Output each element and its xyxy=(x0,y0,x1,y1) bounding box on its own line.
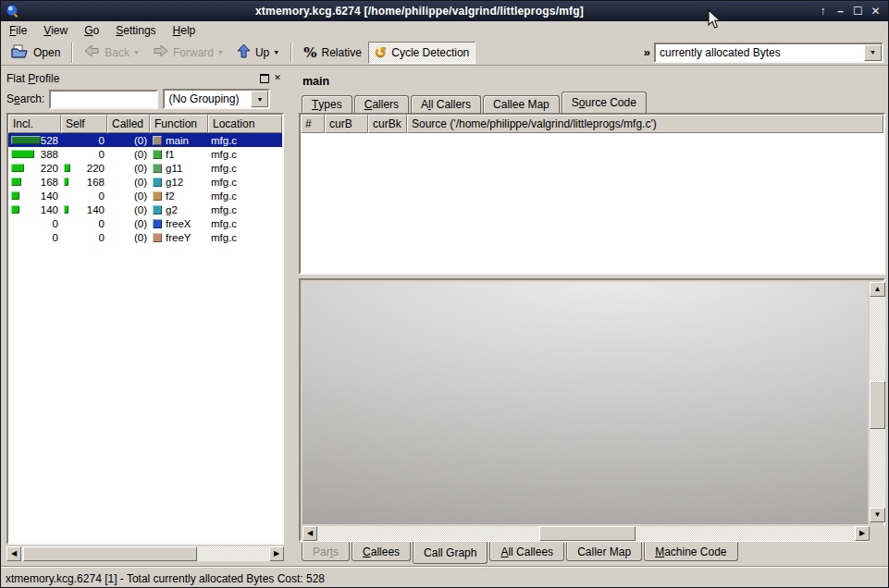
function-cell: g2 xyxy=(150,204,208,215)
up-arrow-icon xyxy=(237,43,251,61)
called-cell: (0) xyxy=(107,135,150,146)
back-dropdown-caret[interactable]: ▼ xyxy=(133,49,140,55)
scroll-right-icon[interactable]: ▶ xyxy=(269,546,284,561)
menu-file[interactable]: File xyxy=(1,22,35,39)
function-cell: f2 xyxy=(150,190,208,202)
scrollbar-thumb[interactable] xyxy=(870,381,885,429)
up-button[interactable]: Up ▼ xyxy=(230,42,286,64)
dock-close-button[interactable]: ✕ xyxy=(271,72,284,84)
relative-toggle-button[interactable]: % Relative xyxy=(297,42,368,64)
column-header-function[interactable]: Function xyxy=(150,115,208,133)
forward-dropdown-caret[interactable]: ▼ xyxy=(217,49,224,55)
self-value: 140 xyxy=(87,204,105,215)
location-cell: mfg.c xyxy=(208,218,282,229)
tab-callers[interactable]: Callers xyxy=(354,95,409,113)
menu-settings[interactable]: Settings xyxy=(107,22,164,39)
called-cell: (0) xyxy=(107,190,150,202)
function-cell: main xyxy=(150,135,208,146)
app-icon xyxy=(5,3,21,19)
grouping-select[interactable]: (No Grouping) ▼ xyxy=(163,89,270,109)
tab-machine-code[interactable]: Machine Code xyxy=(644,543,737,561)
column-header-location[interactable]: Location xyxy=(208,115,282,133)
location-cell: mfg.c xyxy=(208,135,282,146)
maximize-button[interactable]: ☐ xyxy=(849,3,867,19)
function-color-icon xyxy=(153,233,162,242)
source-column-header[interactable]: # xyxy=(301,115,325,133)
scrollbar-thumb[interactable] xyxy=(539,526,636,541)
incl-cell: 168 xyxy=(8,177,61,188)
tab-callees[interactable]: Callees xyxy=(352,543,411,561)
tab-callee-map[interactable]: Callee Map xyxy=(483,95,560,113)
event-type-select[interactable]: currently allocated Bytes ▼ xyxy=(654,43,883,63)
function-name: freeX xyxy=(166,218,191,229)
tab-all-callers[interactable]: All Callers xyxy=(411,95,481,113)
function-color-icon xyxy=(153,164,162,173)
incl-value: 0 xyxy=(53,232,58,243)
shade-button[interactable]: ↑ xyxy=(814,3,832,19)
scroll-left-icon[interactable]: ◀ xyxy=(303,526,317,541)
up-dropdown-caret[interactable]: ▼ xyxy=(273,49,279,55)
incl-cost-bar xyxy=(11,191,19,200)
tab-all-callees[interactable]: All Callees xyxy=(489,543,564,561)
graph-vscrollbar[interactable]: ▲ ▼ xyxy=(870,282,885,524)
source-column-header[interactable]: Source ('/home/philippe/valgrind/littlep… xyxy=(407,115,883,133)
function-color-icon xyxy=(153,136,162,145)
cycle-detection-toggle-button[interactable]: ↺ Cycle Detection xyxy=(368,42,475,64)
incl-cost-bar xyxy=(11,136,41,144)
table-row[interactable]: 1400(0)f2mfg.c xyxy=(8,189,282,202)
table-row[interactable]: 168168(0)g12mfg.c xyxy=(8,175,282,189)
flat-profile-hscrollbar[interactable]: ◀ ▶ xyxy=(6,546,284,562)
table-row[interactable]: 00(0)freeXmfg.c xyxy=(8,216,282,230)
table-row[interactable]: 00(0)freeYmfg.c xyxy=(8,230,282,244)
source-column-header[interactable]: curBk xyxy=(368,115,407,133)
chevron-down-icon[interactable]: ▼ xyxy=(251,91,268,107)
menu-help[interactable]: Help xyxy=(165,22,204,39)
table-row[interactable]: 3880(0)f1mfg.c xyxy=(8,147,282,161)
flat-profile-dock-titlebar[interactable]: Flat Profile ✕ xyxy=(6,70,284,86)
chevron-down-icon[interactable]: ▼ xyxy=(864,44,882,61)
column-header-called[interactable]: Called xyxy=(107,115,150,133)
menu-view[interactable]: View xyxy=(35,22,76,39)
toolbar-overflow-button[interactable]: » xyxy=(640,45,654,59)
table-row[interactable]: 140140(0)g2mfg.c xyxy=(8,202,282,216)
titlebar[interactable]: xtmemory.kcg.6274 [/home/philippe/valgri… xyxy=(1,1,888,21)
source-row[interactable] xyxy=(301,133,883,146)
table-row[interactable]: 220220(0)g11mfg.c xyxy=(8,161,282,175)
incl-value: 168 xyxy=(41,177,58,188)
dock-float-button[interactable] xyxy=(258,72,271,84)
source-column-header[interactable]: curB xyxy=(325,115,368,133)
scroll-down-icon[interactable]: ▼ xyxy=(870,508,885,522)
menu-go[interactable]: Go xyxy=(76,22,107,39)
tab-call-graph[interactable]: Call Graph xyxy=(413,542,488,564)
search-label: Search: xyxy=(6,92,44,105)
tab-caller-map[interactable]: Caller Map xyxy=(566,543,642,561)
search-row: Search: (No Grouping) ▼ xyxy=(6,89,284,109)
source-header-row: #curBcurBkSource ('/home/philippe/valgri… xyxy=(301,115,883,133)
function-color-icon xyxy=(153,178,162,187)
back-button[interactable]: Back ▼ xyxy=(78,42,146,64)
scroll-right-icon[interactable]: ▶ xyxy=(855,526,870,541)
location-cell: mfg.c xyxy=(208,177,282,188)
search-input[interactable] xyxy=(49,90,158,109)
call-graph-canvas[interactable] xyxy=(303,282,868,524)
graph-hscrollbar[interactable]: ◀ ▶ xyxy=(303,526,870,542)
self-cell: 0 xyxy=(61,232,107,243)
function-color-icon xyxy=(153,205,162,214)
scrollbar-thumb[interactable] xyxy=(23,546,197,561)
self-value: 0 xyxy=(99,232,105,243)
table-row[interactable]: 5280(0)mainmfg.c xyxy=(8,133,282,147)
incl-cost-bar xyxy=(11,164,24,172)
open-button[interactable]: Open xyxy=(5,42,67,64)
tab-source-code[interactable]: Source Code xyxy=(562,92,647,113)
column-header-self[interactable]: Self xyxy=(61,115,107,133)
tab-types[interactable]: Types xyxy=(302,95,352,113)
scroll-left-icon[interactable]: ◀ xyxy=(6,546,21,561)
close-button[interactable]: ✕ xyxy=(867,3,884,19)
column-header-incl[interactable]: Incl. xyxy=(8,115,61,133)
scroll-up-icon[interactable]: ▲ xyxy=(870,282,885,297)
self-value: 0 xyxy=(99,149,105,160)
scrollbar-corner xyxy=(870,526,885,542)
minimize-button[interactable]: – xyxy=(832,3,849,19)
forward-button[interactable]: Forward ▼ xyxy=(146,42,230,64)
forward-arrow-icon xyxy=(153,44,168,60)
